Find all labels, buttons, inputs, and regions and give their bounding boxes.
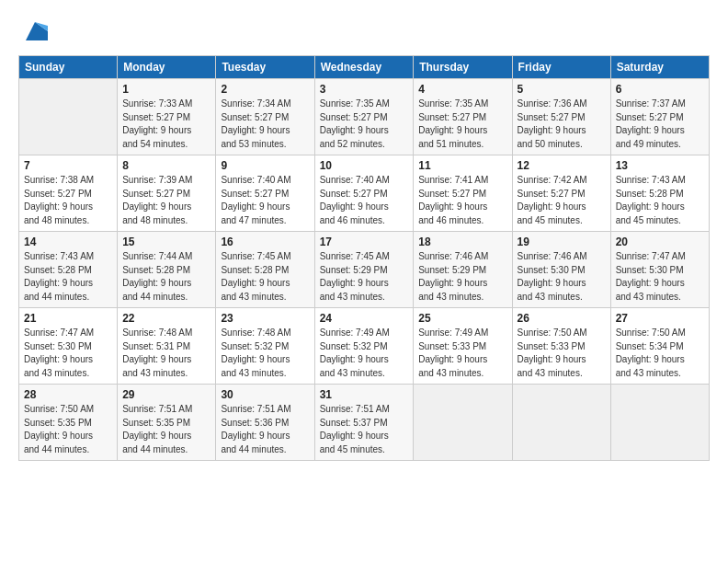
calendar-cell: 12Sunrise: 7:42 AMSunset: 5:27 PMDayligh… xyxy=(512,155,610,232)
day-number: 2 xyxy=(221,83,309,96)
day-number: 29 xyxy=(122,388,210,401)
day-info: Sunrise: 7:51 AMSunset: 5:35 PMDaylight:… xyxy=(122,403,210,456)
day-number: 14 xyxy=(24,236,112,248)
day-info: Sunrise: 7:36 AMSunset: 5:27 PMDaylight:… xyxy=(518,98,606,151)
calendar-header-friday: Friday xyxy=(512,56,610,79)
day-number: 25 xyxy=(418,312,506,325)
day-info: Sunrise: 7:48 AMSunset: 5:32 PMDaylight:… xyxy=(221,327,309,380)
calendar-cell: 23Sunrise: 7:48 AMSunset: 5:32 PMDayligh… xyxy=(216,308,314,385)
calendar-header-tuesday: Tuesday xyxy=(216,56,314,79)
day-info: Sunrise: 7:49 AMSunset: 5:33 PMDaylight:… xyxy=(418,327,506,380)
day-number: 18 xyxy=(418,236,506,248)
day-info: Sunrise: 7:43 AMSunset: 5:28 PMDaylight:… xyxy=(616,174,704,227)
calendar-cell: 24Sunrise: 7:49 AMSunset: 5:32 PMDayligh… xyxy=(314,308,414,385)
calendar-week-row: 28Sunrise: 7:50 AMSunset: 5:35 PMDayligh… xyxy=(19,385,710,461)
calendar-cell: 15Sunrise: 7:44 AMSunset: 5:28 PMDayligh… xyxy=(118,232,216,308)
day-number: 1 xyxy=(122,83,210,96)
day-number: 13 xyxy=(616,159,704,172)
day-info: Sunrise: 7:41 AMSunset: 5:27 PMDaylight:… xyxy=(418,174,506,227)
day-info: Sunrise: 7:45 AMSunset: 5:28 PMDaylight:… xyxy=(221,250,309,304)
day-info: Sunrise: 7:50 AMSunset: 5:33 PMDaylight:… xyxy=(518,327,606,380)
calendar-week-row: 1Sunrise: 7:33 AMSunset: 5:27 PMDaylight… xyxy=(19,79,710,155)
day-info: Sunrise: 7:50 AMSunset: 5:34 PMDaylight:… xyxy=(616,327,704,380)
day-number: 11 xyxy=(418,159,506,172)
calendar-cell: 29Sunrise: 7:51 AMSunset: 5:35 PMDayligh… xyxy=(118,385,216,461)
calendar-body: 1Sunrise: 7:33 AMSunset: 5:27 PMDaylight… xyxy=(19,79,710,461)
calendar-cell: 9Sunrise: 7:40 AMSunset: 5:27 PMDaylight… xyxy=(216,155,314,232)
calendar-header-sunday: Sunday xyxy=(19,56,118,79)
day-number: 19 xyxy=(518,236,606,248)
day-info: Sunrise: 7:48 AMSunset: 5:31 PMDaylight:… xyxy=(122,327,210,380)
calendar-cell: 5Sunrise: 7:36 AMSunset: 5:27 PMDaylight… xyxy=(512,79,610,155)
calendar-header-monday: Monday xyxy=(118,56,216,79)
calendar-cell: 14Sunrise: 7:43 AMSunset: 5:28 PMDayligh… xyxy=(19,232,118,308)
calendar-header-thursday: Thursday xyxy=(414,56,512,79)
day-number: 12 xyxy=(518,159,606,172)
day-number: 5 xyxy=(518,83,606,96)
day-info: Sunrise: 7:42 AMSunset: 5:27 PMDaylight:… xyxy=(518,174,606,227)
day-number: 27 xyxy=(616,312,704,325)
day-number: 7 xyxy=(24,159,112,172)
logo-icon xyxy=(22,18,48,44)
day-number: 3 xyxy=(320,83,409,96)
day-number: 30 xyxy=(221,388,309,401)
day-number: 4 xyxy=(418,83,506,96)
calendar-cell: 30Sunrise: 7:51 AMSunset: 5:36 PMDayligh… xyxy=(216,385,314,461)
calendar-cell: 22Sunrise: 7:48 AMSunset: 5:31 PMDayligh… xyxy=(118,308,216,385)
calendar-cell: 4Sunrise: 7:35 AMSunset: 5:27 PMDaylight… xyxy=(414,79,512,155)
day-number: 24 xyxy=(320,312,409,325)
calendar-cell: 25Sunrise: 7:49 AMSunset: 5:33 PMDayligh… xyxy=(414,308,512,385)
calendar-cell: 3Sunrise: 7:35 AMSunset: 5:27 PMDaylight… xyxy=(314,79,414,155)
calendar-cell: 17Sunrise: 7:45 AMSunset: 5:29 PMDayligh… xyxy=(314,232,414,308)
day-number: 28 xyxy=(24,388,112,401)
page-header xyxy=(18,15,710,44)
day-info: Sunrise: 7:34 AMSunset: 5:27 PMDaylight:… xyxy=(221,98,309,151)
day-number: 22 xyxy=(122,312,210,325)
day-info: Sunrise: 7:49 AMSunset: 5:32 PMDaylight:… xyxy=(320,327,409,380)
calendar-cell: 16Sunrise: 7:45 AMSunset: 5:28 PMDayligh… xyxy=(216,232,314,308)
day-info: Sunrise: 7:33 AMSunset: 5:27 PMDaylight:… xyxy=(122,98,210,151)
calendar-cell: 8Sunrise: 7:39 AMSunset: 5:27 PMDaylight… xyxy=(118,155,216,232)
calendar-header-wednesday: Wednesday xyxy=(314,56,414,79)
day-info: Sunrise: 7:45 AMSunset: 5:29 PMDaylight:… xyxy=(320,250,409,304)
calendar-cell: 10Sunrise: 7:40 AMSunset: 5:27 PMDayligh… xyxy=(314,155,414,232)
calendar-cell xyxy=(512,385,610,461)
calendar-cell: 21Sunrise: 7:47 AMSunset: 5:30 PMDayligh… xyxy=(19,308,118,385)
day-info: Sunrise: 7:47 AMSunset: 5:30 PMDaylight:… xyxy=(24,327,112,380)
day-info: Sunrise: 7:51 AMSunset: 5:36 PMDaylight:… xyxy=(221,403,309,456)
calendar-cell: 7Sunrise: 7:38 AMSunset: 5:27 PMDaylight… xyxy=(19,155,118,232)
day-number: 8 xyxy=(122,159,210,172)
day-info: Sunrise: 7:46 AMSunset: 5:29 PMDaylight:… xyxy=(418,250,506,304)
day-number: 15 xyxy=(122,236,210,248)
day-info: Sunrise: 7:43 AMSunset: 5:28 PMDaylight:… xyxy=(24,250,112,304)
day-number: 23 xyxy=(221,312,309,325)
day-info: Sunrise: 7:35 AMSunset: 5:27 PMDaylight:… xyxy=(418,98,506,151)
day-info: Sunrise: 7:50 AMSunset: 5:35 PMDaylight:… xyxy=(24,403,112,456)
calendar-cell: 18Sunrise: 7:46 AMSunset: 5:29 PMDayligh… xyxy=(414,232,512,308)
day-number: 21 xyxy=(24,312,112,325)
calendar-cell: 28Sunrise: 7:50 AMSunset: 5:35 PMDayligh… xyxy=(19,385,118,461)
calendar-cell: 31Sunrise: 7:51 AMSunset: 5:37 PMDayligh… xyxy=(314,385,414,461)
day-info: Sunrise: 7:39 AMSunset: 5:27 PMDaylight:… xyxy=(122,174,210,227)
calendar-cell: 13Sunrise: 7:43 AMSunset: 5:28 PMDayligh… xyxy=(610,155,709,232)
calendar-table: SundayMondayTuesdayWednesdayThursdayFrid… xyxy=(18,55,710,461)
day-info: Sunrise: 7:46 AMSunset: 5:30 PMDaylight:… xyxy=(518,250,606,304)
calendar-cell: 20Sunrise: 7:47 AMSunset: 5:30 PMDayligh… xyxy=(610,232,709,308)
day-number: 20 xyxy=(616,236,704,248)
day-info: Sunrise: 7:38 AMSunset: 5:27 PMDaylight:… xyxy=(24,174,112,227)
calendar-cell: 11Sunrise: 7:41 AMSunset: 5:27 PMDayligh… xyxy=(414,155,512,232)
calendar-week-row: 7Sunrise: 7:38 AMSunset: 5:27 PMDaylight… xyxy=(19,155,710,232)
day-info: Sunrise: 7:40 AMSunset: 5:27 PMDaylight:… xyxy=(320,174,409,227)
calendar-cell: 26Sunrise: 7:50 AMSunset: 5:33 PMDayligh… xyxy=(512,308,610,385)
calendar-cell xyxy=(19,79,118,155)
calendar-cell: 1Sunrise: 7:33 AMSunset: 5:27 PMDaylight… xyxy=(118,79,216,155)
calendar-cell xyxy=(414,385,512,461)
calendar-week-row: 14Sunrise: 7:43 AMSunset: 5:28 PMDayligh… xyxy=(19,232,710,308)
calendar-header-row: SundayMondayTuesdayWednesdayThursdayFrid… xyxy=(19,56,710,79)
day-number: 6 xyxy=(616,83,704,96)
day-number: 9 xyxy=(221,159,309,172)
calendar-cell: 6Sunrise: 7:37 AMSunset: 5:27 PMDaylight… xyxy=(610,79,709,155)
day-number: 31 xyxy=(320,388,409,401)
day-info: Sunrise: 7:47 AMSunset: 5:30 PMDaylight:… xyxy=(616,250,704,304)
logo xyxy=(18,18,48,44)
